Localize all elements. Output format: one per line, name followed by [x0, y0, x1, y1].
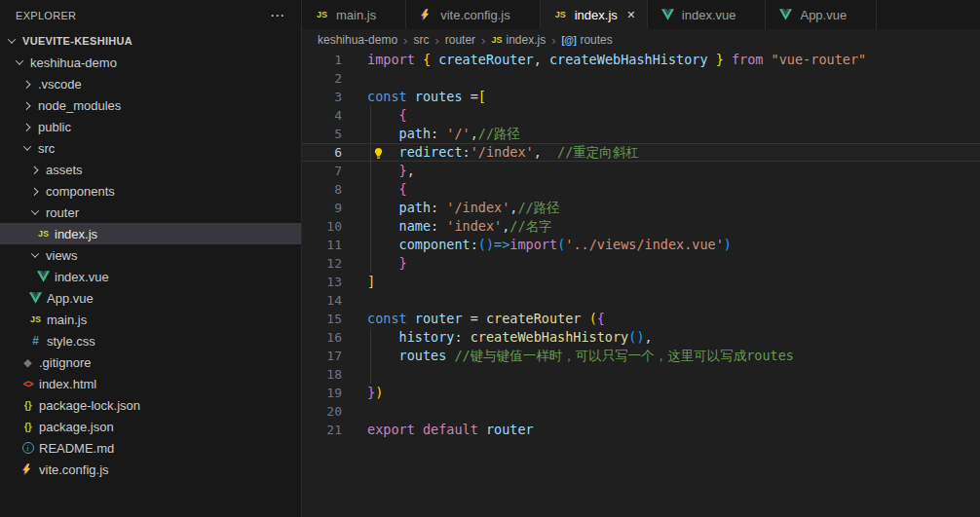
- js-file-icon: JS: [552, 4, 569, 25]
- code-token: import: [367, 52, 423, 67]
- chevron-down-icon: [27, 244, 43, 266]
- tree-item-assets[interactable]: assets: [0, 159, 301, 180]
- code-line-19[interactable]: 19}): [302, 384, 980, 402]
- tree-item-readme-md[interactable]: iREADME.md: [0, 437, 301, 459]
- code-line-15[interactable]: 15const router = createRouter ({: [302, 310, 980, 328]
- html-file-icon: <>: [19, 373, 36, 394]
- code-token: =>: [494, 237, 509, 252]
- tree-item-label: main.js: [47, 313, 87, 327]
- code-line-14[interactable]: 14: [302, 291, 980, 310]
- tree-item-index-html[interactable]: <>index.html: [0, 373, 301, 394]
- code-line-17[interactable]: 17 routes //键与键值一样时，可以只写一个，这里可以写成routes: [302, 347, 980, 365]
- code-token: }: [367, 385, 375, 400]
- tree-item-main-js[interactable]: JSmain.js: [0, 309, 301, 330]
- code-line-11[interactable]: 11 component:()=>import('../views/index.…: [302, 236, 980, 254]
- code-line-20[interactable]: 20: [302, 402, 980, 421]
- tree-item-src[interactable]: src: [0, 137, 301, 159]
- tree-item-components[interactable]: components: [0, 180, 301, 202]
- code-line-9[interactable]: 9 path: '/index',//路径: [302, 199, 980, 217]
- tree-item-index-vue[interactable]: index.vue: [0, 266, 301, 287]
- tree-item-app-vue[interactable]: App.vue: [0, 287, 301, 309]
- tree-item-style-css[interactable]: #style.css: [0, 330, 301, 351]
- code-line-21[interactable]: 21export default router: [302, 421, 980, 439]
- breadcrumb-separator-icon: ›: [434, 33, 438, 48]
- code-line-2[interactable]: 2: [302, 69, 980, 88]
- chevron-right-icon: [19, 94, 35, 116]
- breadcrumb-item-router[interactable]: router: [445, 33, 475, 47]
- code-token: createWebHashHistory: [471, 329, 629, 345]
- tab-app-vue[interactable]: App.vue: [766, 0, 877, 29]
- tab-index-js[interactable]: JSindex.js✕: [541, 0, 648, 29]
- indent-guide: [370, 162, 371, 180]
- line-number: 18: [302, 365, 367, 384]
- code-line-10[interactable]: 10 name: 'index',//名字: [302, 217, 980, 236]
- tree-item-vscode[interactable]: .vscode: [0, 73, 301, 94]
- code-token: {: [399, 181, 407, 197]
- line-number: 13: [302, 273, 367, 291]
- code-line-4[interactable]: 4 {: [302, 106, 980, 125]
- tree-item-label: keshihua-demo: [30, 55, 117, 70]
- code-line-12[interactable]: 12 }: [302, 254, 980, 273]
- breadcrumb-item-index-js[interactable]: JSindex.js: [491, 33, 546, 47]
- tree-item-label: public: [38, 120, 71, 134]
- code-line-6[interactable]: 6 redirect:'/index', //重定向斜杠: [302, 143, 980, 162]
- code-token: //名字: [509, 218, 551, 234]
- code-token: ,: [534, 52, 549, 67]
- code-token: :: [471, 237, 478, 252]
- tree-item-gitignore[interactable]: ◆.gitignore: [0, 351, 301, 373]
- tab-bar: JSmain.jsvite.config.jsJSindex.js✕index.…: [302, 0, 980, 29]
- code-token: [: [478, 89, 486, 104]
- code-token: redirect: [399, 144, 463, 160]
- line-content: [367, 291, 980, 310]
- tree-item-label: vite.config.js: [39, 462, 109, 477]
- code-token: {: [423, 52, 438, 67]
- tree-item-public[interactable]: public: [0, 116, 301, 137]
- breadcrumb-item-routes[interactable]: [@]routes: [562, 33, 613, 47]
- explorer-title: EXPLORER: [16, 10, 76, 21]
- tree-item-package-json[interactable]: {}package.json: [0, 416, 301, 437]
- tree-item-vite-config-js[interactable]: vite.config.js: [0, 459, 301, 480]
- tab-main-js[interactable]: JSmain.js: [302, 0, 406, 29]
- symbol-array-icon: [@]: [562, 35, 577, 46]
- breadcrumb-item-src[interactable]: src: [413, 33, 429, 47]
- indent-guide: [370, 180, 371, 199]
- editor-group: JSmain.jsvite.config.jsJSindex.js✕index.…: [302, 0, 980, 517]
- tree-item-vuevite-keshihua[interactable]: VUEVITE-KESHIHUA: [0, 30, 301, 52]
- code-token: (: [589, 311, 597, 326]
- vscode-window: EXPLORER ⋯ VUEVITE-KESHIHUAkeshihua-demo…: [0, 0, 980, 517]
- line-number: 7: [302, 162, 367, 180]
- line-content: export default router: [367, 421, 980, 439]
- code-line-18[interactable]: 18: [302, 365, 980, 384]
- tree-item-views[interactable]: views: [0, 244, 301, 266]
- tree-item-keshihua-demo[interactable]: keshihua-demo: [0, 52, 301, 73]
- code-line-5[interactable]: 5 path: '/',//路径: [302, 125, 980, 143]
- breadcrumb-item-keshihua-demo[interactable]: keshihua-demo: [318, 33, 397, 47]
- close-tab-icon[interactable]: ✕: [623, 7, 639, 22]
- readme-file-icon: i: [19, 437, 36, 459]
- lightbulb-icon[interactable]: [372, 146, 385, 159]
- code-line-3[interactable]: 3const routes =[: [302, 88, 980, 106]
- line-number: 9: [302, 199, 367, 217]
- code-line-1[interactable]: 1import { createRouter, createWebHashHis…: [302, 51, 980, 69]
- code-editor[interactable]: 1import { createRouter, createWebHashHis…: [302, 51, 980, 517]
- line-content: [367, 365, 980, 384]
- code-token: :: [454, 329, 470, 345]
- tab-vite-config-js[interactable]: vite.config.js: [406, 0, 541, 29]
- code-line-16[interactable]: 16 history: createWebHashHistory(),: [302, 328, 980, 347]
- vue-file-icon: [777, 4, 794, 25]
- line-number: 5: [302, 125, 367, 143]
- code-line-7[interactable]: 7 },: [302, 162, 980, 180]
- tree-item-router[interactable]: router: [0, 202, 301, 223]
- code-token: ]: [367, 274, 375, 289]
- code-token: ): [636, 329, 644, 345]
- tree-item-label: package.json: [39, 420, 114, 434]
- tree-item-index-js[interactable]: JSindex.js: [0, 223, 301, 244]
- tree-item-package-lock-json[interactable]: {}package-lock.json: [0, 394, 301, 416]
- tab-index-vue[interactable]: index.vue: [648, 0, 767, 29]
- code-token: }: [399, 163, 407, 178]
- code-line-8[interactable]: 8 {: [302, 180, 980, 199]
- code-line-13[interactable]: 13]: [302, 273, 980, 291]
- tree-item-node-modules[interactable]: node_modules: [0, 94, 301, 116]
- more-actions-icon[interactable]: ⋯: [270, 11, 285, 20]
- line-number: 8: [302, 180, 367, 199]
